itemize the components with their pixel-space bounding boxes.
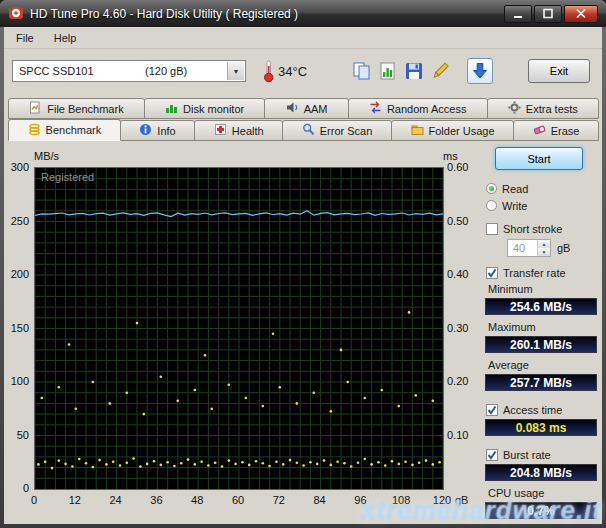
access-time-dot <box>211 408 214 411</box>
tab-row-secondary: File Benchmark Disk monitor AAM Random A… <box>4 98 602 119</box>
red-cross-icon <box>214 123 227 138</box>
access-time-dot <box>51 467 54 470</box>
tab-label: File Benchmark <box>47 103 123 115</box>
access-time-dot <box>302 464 305 467</box>
hdtune-window: HD Tune Pro 4.60 - Hard Disk Utility ( R… <box>0 0 606 528</box>
left-axis-tick: 50 <box>4 429 29 441</box>
access-time-dot <box>425 459 428 462</box>
tab-extra-tests[interactable]: Extra tests <box>487 98 599 119</box>
access-time-dot <box>262 405 265 408</box>
capture-options-button[interactable] <box>427 58 453 84</box>
registered-watermark: Registered <box>41 171 94 183</box>
access-time-dot <box>132 457 135 460</box>
tab-label: Erase <box>551 125 580 137</box>
access-time-dot <box>350 465 353 468</box>
x-axis-tick: 0 <box>22 494 46 506</box>
spin-down-button[interactable]: ▼ <box>538 248 550 256</box>
access-time-dot <box>37 463 40 466</box>
close-button[interactable] <box>564 5 598 23</box>
drive-size: (120 gB) <box>145 65 187 77</box>
tab-folder-usage[interactable]: Folder Usage <box>391 120 514 141</box>
transfer-rate-label: Transfer rate <box>503 267 566 279</box>
copy-screenshot-button[interactable] <box>349 58 375 84</box>
spin-up-button[interactable]: ▲ <box>538 240 550 248</box>
exit-button[interactable]: Exit <box>528 59 590 83</box>
access-time-dot <box>347 381 350 384</box>
tab-label: Benchmark <box>46 124 102 136</box>
tab-label: Info <box>157 125 175 137</box>
short-stroke-value: 40 <box>508 240 537 256</box>
left-axis-tick: 250 <box>4 215 29 227</box>
tab-error-scan[interactable]: Error Scan <box>282 120 392 141</box>
titlebar: HD Tune Pro 4.60 - Hard Disk Utility ( R… <box>0 0 606 27</box>
access-time-dot <box>313 391 316 394</box>
access-time-dot <box>289 459 292 462</box>
green-bars-icon <box>165 101 178 116</box>
controls-panel: Start Read Write Short stroke 40 <box>478 141 602 524</box>
access-time-dot <box>92 466 95 469</box>
access-time-dot <box>364 458 367 461</box>
menu-file[interactable]: File <box>6 29 44 47</box>
x-axis-tick: 12 <box>63 494 87 506</box>
tab-random-access[interactable]: Random Access <box>348 98 488 119</box>
access-time-dot <box>418 462 421 465</box>
access-time-dot <box>177 399 180 402</box>
tab-erase[interactable]: Erase <box>513 120 599 141</box>
access-time-dot <box>296 462 299 465</box>
access-time-dot <box>119 464 122 467</box>
short-stroke-checkbox[interactable]: Short stroke <box>480 220 598 237</box>
access-time-dot <box>153 460 156 463</box>
maximum-label: Maximum <box>480 321 598 335</box>
access-time-dot <box>438 461 441 464</box>
access-time-dot <box>268 465 271 468</box>
x-axis-tick: 60 <box>226 494 250 506</box>
x-axis-tick: 120 <box>430 494 454 506</box>
access-time-dot <box>173 465 176 468</box>
burst-rate-checkbox[interactable]: Burst rate <box>480 446 598 463</box>
tab-aam[interactable]: AAM <box>264 98 348 119</box>
chevron-down-icon[interactable]: ▼ <box>227 62 244 80</box>
access-time-dot <box>146 463 149 466</box>
access-time-dot <box>228 383 231 386</box>
access-time-dot <box>207 464 210 467</box>
copy-results-button[interactable] <box>375 58 401 84</box>
tab-label: Random Access <box>387 103 466 115</box>
start-button[interactable]: Start <box>495 147 583 170</box>
access-time-dot <box>282 463 285 466</box>
x-axis-tick: 36 <box>144 494 168 506</box>
minimum-value: 254.6 MB/s <box>485 298 597 315</box>
checkbox-checked-icon <box>486 404 498 416</box>
menu-help[interactable]: Help <box>44 29 87 47</box>
save-screenshot-button[interactable] <box>401 58 427 84</box>
menubar: File Help <box>4 27 602 49</box>
access-time-dot <box>180 462 183 465</box>
tab-file-benchmark[interactable]: File Benchmark <box>8 98 145 119</box>
write-radio[interactable]: Write <box>480 197 598 214</box>
access-time-checkbox[interactable]: Access time <box>480 401 598 418</box>
tab-disk-monitor[interactable]: Disk monitor <box>144 98 266 119</box>
cpu-usage-value: 0.7% <box>485 502 597 519</box>
tab-health[interactable]: Health <box>194 120 283 141</box>
right-axis-tick: 0.60 <box>447 161 468 173</box>
short-stroke-input[interactable]: 40 ▲ ▼ <box>507 239 551 257</box>
x-axis-tick: 96 <box>348 494 372 506</box>
access-time-dot <box>126 391 129 394</box>
access-time-dot <box>200 460 203 463</box>
access-time-dot <box>370 463 373 466</box>
access-time-dot <box>71 465 74 468</box>
read-label: Read <box>502 183 528 195</box>
burst-rate-value: 204.8 MB/s <box>485 464 597 481</box>
tab-benchmark[interactable]: Benchmark <box>8 119 121 141</box>
temperature-value: 34°C <box>278 64 307 79</box>
tab-info[interactable]: Info <box>120 120 196 141</box>
read-radio[interactable]: Read <box>480 180 598 197</box>
short-stroke-unit: gB <box>557 242 570 254</box>
access-time-dot <box>75 408 78 411</box>
transfer-rate-checkbox[interactable]: Transfer rate <box>480 264 598 281</box>
access-time-dot <box>336 460 339 463</box>
access-time-dot <box>58 459 61 462</box>
minimize-button[interactable] <box>504 5 532 23</box>
update-check-button[interactable] <box>467 58 493 84</box>
maximize-button[interactable] <box>534 5 562 23</box>
drive-select[interactable]: SPCC SSD101 (120 gB) ▼ <box>12 60 246 82</box>
